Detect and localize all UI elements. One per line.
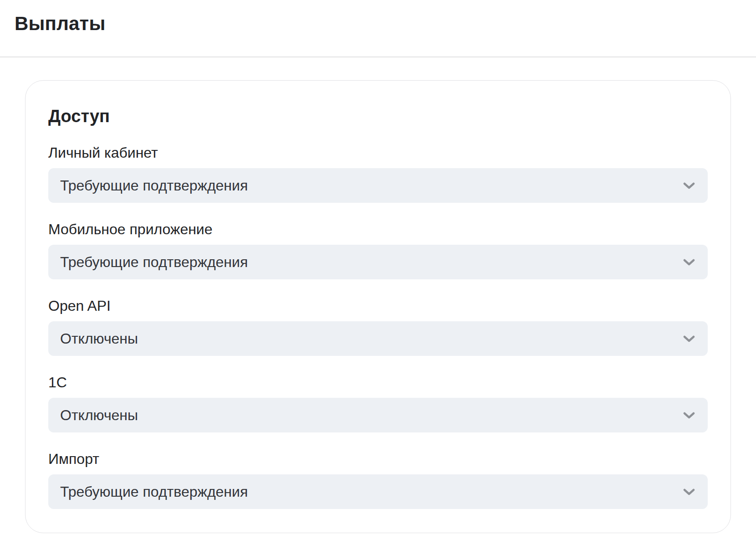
card-title: Доступ bbox=[48, 105, 708, 127]
chevron-down-icon bbox=[683, 488, 695, 495]
page-header: Выплаты bbox=[0, 0, 756, 57]
select-value-1c: Отключены bbox=[60, 406, 138, 424]
chevron-down-icon bbox=[683, 259, 695, 266]
field-label-mobile-app: Мобильное приложение bbox=[48, 220, 708, 238]
chevron-down-icon bbox=[683, 182, 695, 189]
access-card: Доступ Личный кабинет Требующие подтверж… bbox=[25, 80, 731, 533]
field-personal-account: Личный кабинет Требующие подтверждения bbox=[48, 144, 708, 203]
field-1c: 1С Отключены bbox=[48, 373, 708, 432]
select-value-personal-account: Требующие подтверждения bbox=[60, 176, 248, 195]
select-1c[interactable]: Отключены bbox=[48, 398, 708, 432]
select-value-import: Требующие подтверждения bbox=[60, 483, 248, 501]
select-value-mobile-app: Требующие подтверждения bbox=[60, 253, 248, 271]
field-label-1c: 1С bbox=[48, 373, 708, 391]
select-mobile-app[interactable]: Требующие подтверждения bbox=[48, 245, 708, 279]
page-title: Выплаты bbox=[15, 12, 741, 36]
chevron-down-icon bbox=[683, 335, 695, 342]
select-open-api[interactable]: Отключены bbox=[48, 321, 708, 356]
select-value-open-api: Отключены bbox=[60, 329, 138, 348]
field-mobile-app: Мобильное приложение Требующие подтвержд… bbox=[48, 220, 708, 279]
content-area: Доступ Личный кабинет Требующие подтверж… bbox=[0, 57, 756, 533]
field-open-api: Open API Отключены bbox=[48, 297, 708, 356]
field-import: Импорт Требующие подтверждения bbox=[48, 450, 708, 509]
field-label-open-api: Open API bbox=[48, 297, 708, 315]
select-personal-account[interactable]: Требующие подтверждения bbox=[48, 168, 708, 203]
select-import[interactable]: Требующие подтверждения bbox=[48, 474, 708, 509]
field-label-personal-account: Личный кабинет bbox=[48, 144, 708, 162]
field-label-import: Импорт bbox=[48, 450, 708, 468]
chevron-down-icon bbox=[683, 412, 695, 419]
